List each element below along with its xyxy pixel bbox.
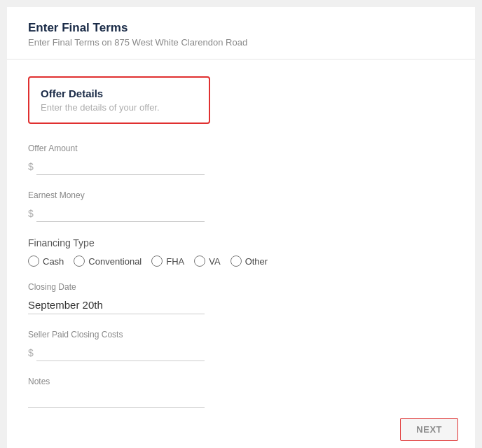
radio-item-conventional: Conventional — [74, 255, 142, 267]
seller-paid-label: Seller Paid Closing Costs — [28, 330, 454, 340]
notes-label: Notes — [28, 377, 454, 386]
financing-type-label: Financing Type — [28, 237, 454, 248]
seller-paid-group: Seller Paid Closing Costs $ — [28, 330, 454, 361]
closing-date-label: Closing Date — [28, 282, 454, 292]
radio-item-other: Other — [230, 255, 268, 267]
financing-radio-group: Cash Conventional FHA VA Other — [28, 255, 454, 267]
earnest-money-input[interactable] — [36, 204, 205, 222]
earnest-money-label: Earnest Money — [28, 190, 454, 200]
page-subtitle: Enter Final Terms on 875 West White Clar… — [28, 37, 454, 48]
seller-paid-input[interactable] — [36, 344, 205, 361]
offer-amount-group: Offer Amount $ — [28, 144, 454, 175]
radio-fha[interactable] — [151, 255, 163, 267]
radio-item-fha: FHA — [151, 255, 184, 267]
next-button[interactable]: NEXT — [400, 418, 458, 441]
offer-amount-label: Offer Amount — [28, 144, 454, 153]
radio-cash[interactable] — [28, 255, 39, 267]
offer-amount-currency-symbol: $ — [28, 161, 34, 172]
earnest-money-currency-symbol: $ — [28, 208, 34, 219]
radio-other[interactable] — [230, 255, 242, 267]
seller-paid-currency-symbol: $ — [28, 347, 34, 358]
content-area: Offer Details Enter the details of your … — [7, 59, 475, 440]
radio-conventional-label[interactable]: Conventional — [88, 256, 142, 267]
page-header: Enter Final Terms Enter Final Terms on 8… — [7, 7, 475, 59]
offer-amount-input[interactable] — [36, 158, 205, 175]
notes-input[interactable] — [28, 391, 205, 408]
footer-area: NEXT — [400, 418, 458, 441]
seller-paid-input-wrapper: $ — [28, 344, 454, 361]
radio-item-va: VA — [194, 255, 220, 267]
radio-va-label[interactable]: VA — [209, 256, 220, 267]
radio-cash-label[interactable]: Cash — [43, 256, 64, 267]
offer-details-card: Offer Details Enter the details of your … — [28, 76, 210, 124]
page-container: Enter Final Terms Enter Final Terms on 8… — [7, 7, 475, 448]
earnest-money-group: Earnest Money $ — [28, 190, 454, 222]
radio-fha-label[interactable]: FHA — [166, 256, 184, 267]
offer-amount-input-wrapper: $ — [28, 158, 454, 175]
radio-item-cash: Cash — [28, 255, 64, 267]
offer-details-subtitle: Enter the details of your offer. — [41, 102, 198, 113]
closing-date-value: September 20th — [28, 296, 205, 314]
closing-date-group: Closing Date September 20th — [28, 282, 454, 314]
financing-type-group: Financing Type Cash Conventional FHA VA — [28, 237, 454, 267]
offer-details-title: Offer Details — [41, 88, 198, 99]
page-title: Enter Final Terms — [28, 21, 454, 35]
notes-group: Notes — [28, 377, 454, 408]
radio-other-label[interactable]: Other — [245, 256, 268, 267]
earnest-money-input-wrapper: $ — [28, 204, 454, 222]
radio-va[interactable] — [194, 255, 205, 267]
radio-conventional[interactable] — [74, 255, 85, 267]
